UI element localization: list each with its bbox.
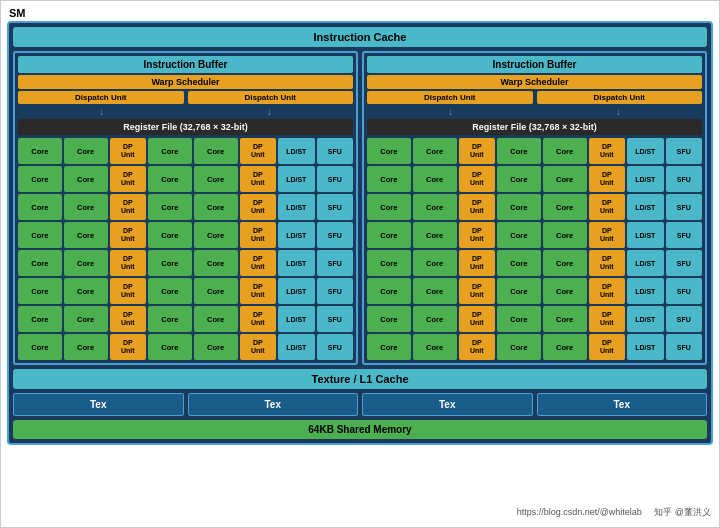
table-row: Core Core DPUnit Core Core DPUnit LD/ST … [367, 278, 702, 304]
core-cell: Core [194, 334, 238, 360]
tex-cell-1: Tex [13, 393, 184, 416]
table-row: Core Core DPUnit Core Core DPUnit LD/ST … [367, 138, 702, 164]
dp-cell: DPUnit [110, 138, 146, 164]
core-cell: Core [18, 194, 62, 220]
sfu-cell: SFU [666, 278, 702, 304]
right-dispatch-unit-1: Dispatch Unit [367, 91, 533, 104]
dp-cell: DPUnit [459, 138, 495, 164]
ldst-cell: LD/ST [278, 194, 314, 220]
ldst-cell: LD/ST [278, 138, 314, 164]
core-cell: Core [413, 334, 457, 360]
left-dispatch-unit-1: Dispatch Unit [18, 91, 184, 104]
table-row: Core Core DPUnit Core Core DPUnit LD/ST … [18, 194, 353, 220]
dp-cell: DPUnit [459, 166, 495, 192]
left-instruction-buffer: Instruction Buffer [18, 56, 353, 73]
dp-cell: DPUnit [589, 138, 625, 164]
table-row: Core Core DPUnit Core Core DPUnit LD/ST … [367, 306, 702, 332]
core-cell: Core [194, 138, 238, 164]
sfu-cell: SFU [317, 194, 353, 220]
core-cell: Core [367, 222, 411, 248]
dp-cell: DPUnit [589, 250, 625, 276]
table-row: Core Core DPUnit Core Core DPUnit LD/ST … [367, 222, 702, 248]
dp-cell: DPUnit [459, 250, 495, 276]
core-cell: Core [148, 306, 192, 332]
sfu-cell: SFU [666, 166, 702, 192]
sfu-cell: SFU [666, 306, 702, 332]
core-cell: Core [18, 250, 62, 276]
core-cell: Core [18, 166, 62, 192]
sfu-cell: SFU [317, 334, 353, 360]
core-cell: Core [413, 138, 457, 164]
dp-cell: DPUnit [240, 278, 276, 304]
sfu-cell: SFU [317, 250, 353, 276]
core-cell: Core [194, 194, 238, 220]
core-cell: Core [543, 194, 587, 220]
tex-cell-2: Tex [188, 393, 359, 416]
core-cell: Core [367, 334, 411, 360]
sfu-cell: SFU [666, 334, 702, 360]
sm-label: SM [9, 7, 26, 19]
core-cell: Core [543, 250, 587, 276]
core-cell: Core [497, 278, 541, 304]
shared-memory: 64KB Shared Memory [13, 420, 707, 439]
right-instruction-buffer: Instruction Buffer [367, 56, 702, 73]
sfu-cell: SFU [666, 250, 702, 276]
left-register-file: Register File (32,768 × 32-bit) [18, 119, 353, 135]
core-cell: Core [194, 166, 238, 192]
dp-cell: DPUnit [240, 334, 276, 360]
sfu-cell: SFU [317, 222, 353, 248]
right-arrow-1: ↓ [448, 106, 453, 117]
core-cell: Core [497, 194, 541, 220]
dp-cell: DPUnit [240, 250, 276, 276]
core-cell: Core [64, 138, 108, 164]
core-cell: Core [18, 138, 62, 164]
dp-cell: DPUnit [110, 278, 146, 304]
core-cell: Core [543, 166, 587, 192]
table-row: Core Core DPUnit Core Core DPUnit LD/ST … [18, 222, 353, 248]
dp-cell: DPUnit [589, 194, 625, 220]
two-column-units: Instruction Buffer Warp Scheduler Dispat… [13, 51, 707, 365]
table-row: Core Core DPUnit Core Core DPUnit LD/ST … [367, 250, 702, 276]
dp-cell: DPUnit [110, 306, 146, 332]
dp-cell: DPUnit [110, 222, 146, 248]
ldst-cell: LD/ST [627, 250, 663, 276]
dp-cell: DPUnit [589, 334, 625, 360]
core-cell: Core [18, 306, 62, 332]
table-row: Core Core DPUnit Core Core DPUnit LD/ST … [18, 250, 353, 276]
core-cell: Core [543, 278, 587, 304]
dp-cell: DPUnit [459, 306, 495, 332]
dp-cell: DPUnit [589, 166, 625, 192]
core-cell: Core [413, 306, 457, 332]
core-cell: Core [497, 166, 541, 192]
right-sm-unit: Instruction Buffer Warp Scheduler Dispat… [362, 51, 707, 365]
core-cell: Core [367, 138, 411, 164]
left-warp-scheduler: Warp Scheduler [18, 75, 353, 89]
ldst-cell: LD/ST [278, 222, 314, 248]
core-cell: Core [194, 250, 238, 276]
dp-cell: DPUnit [459, 222, 495, 248]
core-cell: Core [497, 250, 541, 276]
left-arrow-1: ↓ [99, 106, 104, 117]
ldst-cell: LD/ST [278, 334, 314, 360]
dp-cell: DPUnit [110, 166, 146, 192]
core-cell: Core [543, 334, 587, 360]
dp-cell: DPUnit [240, 194, 276, 220]
core-cell: Core [367, 194, 411, 220]
core-cell: Core [148, 250, 192, 276]
right-core-grid: Core Core DPUnit Core Core DPUnit LD/ST … [367, 138, 702, 360]
core-cell: Core [18, 222, 62, 248]
core-cell: Core [64, 334, 108, 360]
dp-cell: DPUnit [459, 194, 495, 220]
table-row: Core Core DPUnit Core Core DPUnit LD/ST … [18, 306, 353, 332]
right-dispatch-unit-2: Dispatch Unit [537, 91, 703, 104]
core-cell: Core [194, 278, 238, 304]
core-cell: Core [148, 278, 192, 304]
table-row: Core Core DPUnit Core Core DPUnit LD/ST … [18, 166, 353, 192]
instruction-cache: Instruction Cache [13, 27, 707, 47]
core-cell: Core [543, 138, 587, 164]
core-cell: Core [64, 306, 108, 332]
table-row: Core Core DPUnit Core Core DPUnit LD/ST … [18, 278, 353, 304]
core-cell: Core [148, 166, 192, 192]
bottom-section: Texture / L1 Cache Tex Tex Tex Tex 64KB … [13, 369, 707, 439]
core-cell: Core [194, 306, 238, 332]
